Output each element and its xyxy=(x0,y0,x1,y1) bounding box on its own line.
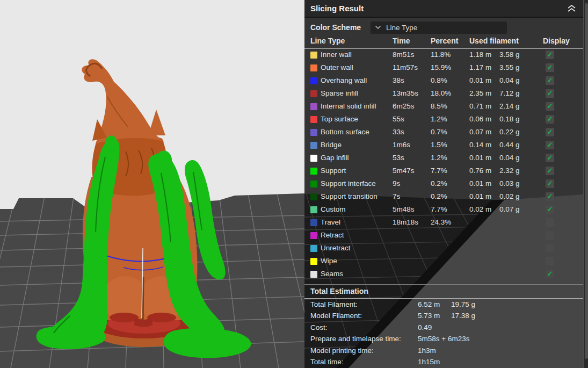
color-scheme-dropdown[interactable]: Line Type xyxy=(371,21,507,34)
line-type-filament-length: 0.01 m xyxy=(469,192,491,200)
line-type-row: Wipe xyxy=(304,255,583,268)
total-row-label: Prepare and timelapse time: xyxy=(310,333,401,344)
line-type-filament-weight: 0.03 g xyxy=(499,179,520,187)
line-type-filament-length: 0.02 m xyxy=(469,205,491,213)
line-type-color-swatch xyxy=(310,103,317,110)
display-checkbox[interactable]: ✓ xyxy=(546,102,554,111)
display-checkbox[interactable]: ✓ xyxy=(546,270,554,278)
line-type-filament-length: 0.01 m xyxy=(469,76,491,84)
display-checkbox[interactable] xyxy=(546,257,554,265)
line-type-row: Top surface 55s 1.2% 0.06 m 0.18 g ✓ xyxy=(304,113,583,126)
line-type-label: Bridge xyxy=(321,141,342,149)
line-type-label: Support interface xyxy=(321,179,376,187)
display-checkbox[interactable]: ✓ xyxy=(546,167,554,175)
total-estimation-row: Prepare and timelapse time: 5m58s + 6m23… xyxy=(304,333,583,344)
total-row-value: 5.73 m xyxy=(418,310,440,321)
line-type-row: Bridge 1m6s 1.5% 0.14 m 0.44 g ✓ xyxy=(304,139,583,152)
display-checkbox[interactable]: ✓ xyxy=(546,205,554,214)
line-type-time: 9s xyxy=(393,179,400,187)
line-type-percent: 7.7% xyxy=(431,205,447,213)
total-estimation-table: Total Filament: 6.52 m 19.75 g Model Fil… xyxy=(304,299,583,367)
display-checkbox[interactable]: ✓ xyxy=(546,115,554,124)
line-type-filament-weight: 0.04 g xyxy=(499,154,520,162)
line-type-label: Internal solid infill xyxy=(321,102,376,110)
display-checkbox[interactable]: ✓ xyxy=(546,179,554,188)
line-type-filament-length: 0.71 m xyxy=(469,102,491,110)
line-type-label: Seams xyxy=(321,270,343,278)
total-estimation-row: Total time: 1h15m xyxy=(304,356,583,367)
line-type-color-swatch xyxy=(310,181,317,187)
display-checkbox[interactable]: ✓ xyxy=(546,128,554,136)
line-type-percent: 7.7% xyxy=(431,167,447,175)
line-type-row: Sparse infill 13m35s 18.0% 2.35 m 7.12 g… xyxy=(304,88,583,100)
total-row-label: Model printing time: xyxy=(310,345,374,356)
line-type-label: Travel xyxy=(321,218,340,226)
line-type-row: Seams ✓ xyxy=(304,268,583,281)
line-type-color-swatch xyxy=(310,232,317,239)
line-type-percent: 11.8% xyxy=(431,50,451,59)
line-type-percent: 1.2% xyxy=(431,154,447,162)
display-checkbox[interactable] xyxy=(546,244,554,252)
color-scheme-selected: Line Type xyxy=(386,24,417,32)
line-type-percent: 8.5% xyxy=(431,102,447,110)
line-type-percent: 1.2% xyxy=(431,115,447,123)
line-type-filament-length: 2.35 m xyxy=(469,89,491,97)
display-checkbox[interactable]: ✓ xyxy=(546,63,554,72)
line-type-filament-weight: 0.04 g xyxy=(499,76,520,84)
line-type-label: Retract xyxy=(321,231,344,239)
line-type-color-swatch xyxy=(310,193,317,200)
line-type-filament-weight: 0.18 g xyxy=(499,115,520,123)
chevron-down-icon xyxy=(375,25,381,30)
line-type-label: Wipe xyxy=(321,257,337,265)
panel-scrollbar xyxy=(583,0,588,368)
display-checkbox[interactable]: ✓ xyxy=(546,192,554,201)
display-checkbox[interactable]: ✓ xyxy=(546,154,554,162)
line-type-color-swatch xyxy=(310,155,317,162)
panel-titlebar: Slicing Result xyxy=(304,0,583,18)
line-type-time: 8m51s xyxy=(393,50,415,59)
line-type-time: 33s xyxy=(393,128,404,136)
line-type-filament-length: 0.06 m xyxy=(469,115,491,123)
collapse-panel-button[interactable] xyxy=(566,4,577,13)
color-scheme-row: Color Scheme Line Type xyxy=(304,19,583,35)
line-type-row: Retract xyxy=(304,229,583,242)
line-type-percent: 18.0% xyxy=(431,89,451,97)
display-checkbox[interactable]: ✓ xyxy=(546,141,554,149)
slice-preview-scene xyxy=(0,0,304,368)
line-type-label: Outer wall xyxy=(321,63,353,71)
slicing-result-panel: Slicing Result Color Scheme Line Type xyxy=(304,0,583,368)
display-checkbox[interactable]: ✓ xyxy=(546,76,554,85)
line-type-row: Overhang wall 38s 0.8% 0.01 m 0.04 g ✓ xyxy=(304,75,583,88)
display-checkbox[interactable]: ✓ xyxy=(546,50,554,59)
line-type-filament-weight: 2.32 g xyxy=(499,167,520,175)
line-type-label: Support transition xyxy=(321,192,378,200)
column-header-time: Time xyxy=(393,37,410,45)
total-row-value: 6.52 m xyxy=(418,299,440,310)
scrollbar-thumb[interactable] xyxy=(585,3,588,359)
line-type-color-swatch xyxy=(310,219,317,226)
line-type-label: Gap infill xyxy=(321,154,349,162)
line-type-label: Unretract xyxy=(321,244,351,252)
display-checkbox[interactable] xyxy=(546,231,554,240)
line-type-filament-length: 0.01 m xyxy=(469,179,491,187)
slicer-app-window: Slicing Result Color Scheme Line Type xyxy=(0,0,588,368)
line-type-row: Custom 5m48s 7.7% 0.02 m 0.07 g ✓ xyxy=(304,204,583,217)
total-row-label: Model Filament: xyxy=(310,310,362,321)
display-checkbox[interactable]: ✓ xyxy=(546,89,554,98)
line-type-color-swatch xyxy=(310,129,317,136)
line-type-time: 53s xyxy=(393,154,404,162)
line-type-label: Custom xyxy=(321,205,346,213)
line-type-color-swatch xyxy=(310,116,317,123)
total-estimation-row: Cost: 0.49 xyxy=(304,322,583,333)
total-row-label: Cost: xyxy=(310,322,328,333)
display-checkbox[interactable] xyxy=(546,218,554,227)
column-header-display: Display xyxy=(543,37,570,45)
line-type-row: Unretract xyxy=(304,242,583,255)
line-type-filament-length: 0.01 m xyxy=(469,154,491,162)
line-type-percent: 15.9% xyxy=(431,63,451,71)
total-estimation-row: Model Filament: 5.73 m 17.38 g xyxy=(304,310,583,321)
line-type-percent: 0.2% xyxy=(431,179,447,187)
line-type-time: 18m18s xyxy=(393,218,418,226)
line-type-filament-weight: 0.02 g xyxy=(499,192,520,200)
line-type-filament-length: 0.07 m xyxy=(469,128,491,136)
